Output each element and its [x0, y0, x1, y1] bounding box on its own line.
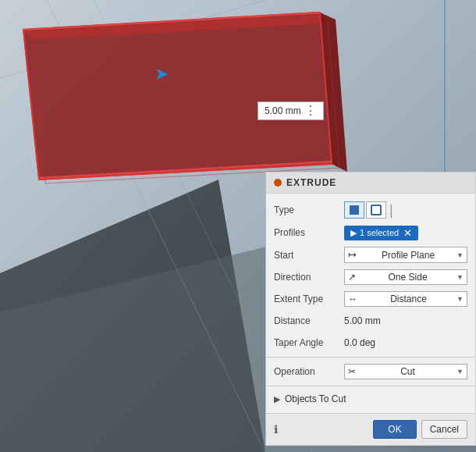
extent-type-row: Extent Type ↔ Distance ▼ [266, 288, 475, 310]
taper-angle-value[interactable]: 0.0 deg [344, 337, 375, 348]
distance-row: Distance 5.00 mm [266, 310, 475, 332]
dimension-label[interactable]: 5.00 mm ⋮ [258, 101, 324, 120]
operation-control: ✂ Cut ▼ [344, 364, 467, 379]
operation-row: Operation ✂ Cut ▼ [266, 361, 475, 383]
extent-type-dropdown[interactable]: ↔ Distance ▼ [344, 291, 467, 307]
profiles-clear-button[interactable]: ✕ [403, 227, 412, 239]
dialog-body: Type | Profiles ▶ [266, 194, 475, 413]
extent-type-arrow: ▼ [456, 295, 464, 303]
direction-control: ↗ One Side ▼ [344, 269, 467, 285]
cancel-button[interactable]: Cancel [421, 420, 467, 439]
operation-icon: ✂ [348, 366, 356, 377]
objects-to-cut-label: Objects To Cut [285, 393, 346, 404]
profiles-row: Profiles ▶ 1 selected ✕ [266, 222, 475, 244]
profiles-label: Profiles [274, 227, 344, 238]
divider-1 [266, 357, 475, 358]
type-label: Type [274, 205, 344, 215]
direction-label: Direction [274, 272, 344, 283]
operation-dropdown-arrow: ▼ [456, 368, 464, 375]
start-dropdown-arrow: ▼ [456, 251, 464, 259]
taper-angle-label: Taper Angle [274, 337, 344, 348]
svg-rect-15 [371, 205, 381, 215]
svg-marker-1 [0, 180, 265, 452]
svg-line-5 [0, 0, 265, 78]
ok-button[interactable]: OK [373, 420, 416, 439]
select-icon: ▶ [350, 228, 357, 238]
profiles-selected-badge[interactable]: ▶ 1 selected ✕ [344, 226, 418, 240]
objects-to-cut-row[interactable]: ▶ Objects To Cut [266, 390, 475, 408]
divider-2 [266, 386, 475, 386]
distance-label: Distance [274, 315, 344, 326]
start-dropdown-icon: ↦ [348, 249, 357, 261]
svg-marker-10 [23, 12, 332, 180]
extrude-dialog: EXTRUDE Type | Profiles [265, 172, 476, 446]
extent-type-label: Extent Type [274, 294, 344, 304]
svg-rect-14 [350, 205, 359, 215]
type-row: Type | [266, 198, 475, 222]
direction-dropdown-arrow: ▼ [456, 273, 464, 281]
operation-value: Cut [400, 366, 415, 377]
direction-dropdown-value: One Side [389, 272, 428, 283]
svg-marker-8 [23, 12, 328, 39]
svg-marker-7 [23, 12, 332, 180]
start-row: Start ↦ Profile Plane ▼ [266, 244, 475, 266]
operation-dropdown[interactable]: ✂ Cut ▼ [344, 364, 467, 379]
direction-arrow: ➤ [155, 64, 169, 84]
taper-angle-control: 0.0 deg [344, 337, 467, 348]
dialog-header: EXTRUDE [266, 173, 475, 194]
extent-type-icon: ↔ [348, 294, 357, 304]
start-dropdown-value: Profile Plane [382, 250, 435, 261]
dialog-title: EXTRUDE [286, 177, 336, 188]
direction-row: Direction ↗ One Side ▼ [266, 266, 475, 288]
start-label: Start [274, 250, 344, 261]
type-solid-button[interactable] [344, 201, 364, 219]
type-cursor: | [389, 202, 393, 219]
type-controls: | [344, 201, 467, 219]
dialog-footer: ℹ OK Cancel [266, 413, 475, 445]
start-control: ↦ Profile Plane ▼ [344, 247, 467, 263]
dialog-header-icon [274, 179, 282, 187]
extent-type-value: Distance [390, 294, 427, 304]
distance-control: 5.00 mm [344, 315, 467, 326]
extent-type-control: ↔ Distance ▼ [344, 291, 467, 307]
dialog-buttons: OK Cancel [373, 420, 467, 439]
dimension-value: 5.00 mm [265, 105, 301, 116]
svg-line-11 [23, 12, 320, 30]
dimension-options[interactable]: ⋮ [304, 105, 317, 117]
direction-dropdown[interactable]: ↗ One Side ▼ [344, 269, 467, 285]
profiles-badge-text: 1 selected [360, 228, 399, 237]
distance-value[interactable]: 5.00 mm [344, 315, 381, 326]
objects-expand-icon: ▶ [274, 394, 280, 404]
type-surface-button[interactable] [366, 201, 386, 219]
start-dropdown[interactable]: ↦ Profile Plane ▼ [344, 247, 467, 263]
direction-dropdown-icon: ↗ [348, 272, 356, 283]
taper-angle-row: Taper Angle 0.0 deg [266, 332, 475, 354]
profiles-control: ▶ 1 selected ✕ [344, 226, 467, 240]
info-icon[interactable]: ℹ [274, 423, 278, 436]
operation-label: Operation [274, 366, 344, 377]
svg-marker-9 [320, 12, 347, 172]
